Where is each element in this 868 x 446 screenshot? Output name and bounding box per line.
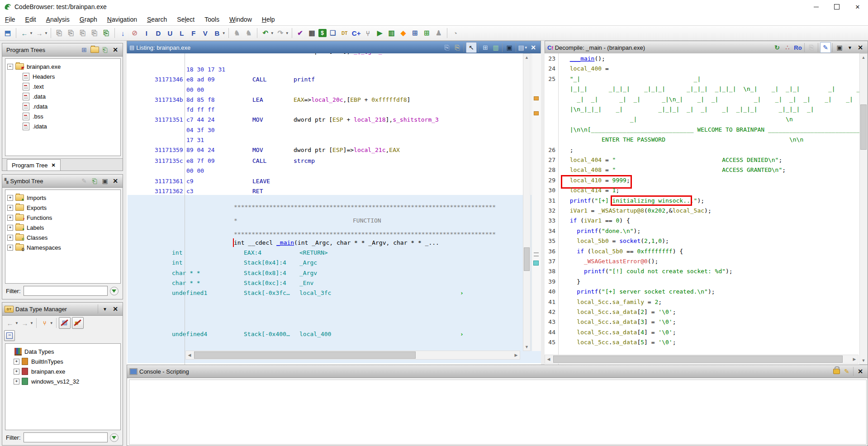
symbol-tree-header[interactable]: ▚ Symbol Tree ✎ ⎗ ▣ ✕ [2, 175, 123, 188]
program-trees-header[interactable]: Program Trees ⊞ ⎗ ✕ [2, 43, 123, 57]
paste-icon[interactable]: ⎘ [54, 28, 65, 38]
collapse-all-icon[interactable]: − [4, 330, 15, 341]
decompile-line[interactable]: 28 local_408 = " ACCESS GRANTED\n"; [545, 166, 859, 176]
tool-icon[interactable]: ♞ [232, 28, 242, 38]
decompile-line[interactable]: 36 if (local_5b0 == 0xffffffff) { [545, 248, 859, 258]
tree-expander-icon[interactable]: + [7, 235, 13, 241]
tree-item-namespaces[interactable]: +{}Namespaces [7, 242, 61, 252]
letter-v-icon[interactable]: V [200, 28, 211, 38]
bookmark-marker[interactable] [534, 96, 539, 100]
tree-item-data[interactable]: .data [7, 91, 61, 101]
selection-marker[interactable] [533, 261, 539, 266]
close-panel-icon[interactable]: ✕ [528, 43, 538, 52]
tree-item-imports[interactable]: +▲Imports [7, 193, 61, 203]
listing-vscrollbar[interactable]: ▲ ▼ [523, 53, 531, 351]
decompile-header[interactable]: Cf Decompile: _main - (brainpan.exe) ↻ ∴… [545, 41, 868, 54]
symbol-filter-input[interactable] [24, 286, 108, 296]
graph-tree-icon[interactable]: ⑂ [363, 28, 374, 38]
letter-l-icon[interactable]: L [176, 28, 187, 38]
menu-window[interactable]: Window [224, 14, 257, 24]
decompile-line[interactable]: 27 local_404 = " ACCESS DENIED\n"; [545, 157, 859, 166]
maximize-button[interactable] [826, 0, 847, 14]
edit-icon[interactable]: ✎ [820, 42, 831, 53]
bookmark-marker[interactable] [534, 256, 539, 256]
scroll-thumb[interactable] [860, 104, 867, 150]
cursor-location-icon[interactable]: ↖ [466, 42, 477, 53]
binary-icon[interactable]: ▦ [307, 28, 318, 38]
dropdown-chevron-icon[interactable]: ▼ [222, 31, 226, 35]
listing-row[interactable]: *FUNCTION [127, 217, 541, 227]
table-add-icon[interactable]: ⊞ [422, 28, 432, 38]
table-icon[interactable]: ⊞ [410, 28, 421, 38]
tree-item-windows_vs12_32[interactable]: +windows_vs12_32 [7, 376, 79, 386]
dtm-tree-options-icon[interactable]: ⑂ [39, 318, 50, 328]
decompile-line[interactable]: 43 local_5cc.sa_data[3] = '\0'; [545, 318, 859, 328]
tree-expander-icon[interactable]: + [7, 205, 13, 211]
diff-view-icon[interactable]: ▥ [491, 43, 501, 52]
undo-icon[interactable]: ↶ [260, 28, 271, 38]
scroll-thumb[interactable] [524, 247, 530, 271]
run-script-icon[interactable]: ▶ [375, 28, 385, 38]
decompile-line[interactable]: 45 local_5cc.sa_data[5] = '\0'; [545, 339, 859, 349]
listing-row[interactable]: char * *Stack[0xc]:4_Env [127, 280, 541, 289]
datatype-folder-icon[interactable]: DT [339, 28, 350, 38]
view-options-icon[interactable]: ▤▼ [518, 43, 528, 52]
money-icon[interactable]: $ [318, 29, 327, 37]
decompile-line[interactable]: _| _| _| _| _|\n_| _| _| _| _| _| _| _| … [545, 96, 859, 106]
decompile-hscrollbar[interactable]: ◀ ▶ [545, 355, 859, 364]
forward-icon[interactable]: → [34, 28, 45, 38]
scroll-lock-icon[interactable] [831, 366, 841, 376]
tree-expander-icon[interactable]: + [7, 195, 13, 201]
letter-i-icon[interactable]: I [141, 28, 152, 38]
memory-icon[interactable]: ◔ [450, 28, 461, 38]
paste-icon[interactable]: ⎘ [452, 43, 462, 52]
menu-edit[interactable]: Edit [20, 14, 41, 24]
tree-item-bss[interactable]: .bss [7, 111, 61, 121]
close-panel-icon[interactable]: ✕ [110, 304, 120, 314]
menu-navigation[interactable]: Navigation [102, 14, 142, 24]
menu-tools[interactable]: Tools [199, 14, 224, 24]
decompile-line[interactable]: |_|_| _|_|_| _|_|_| _|_|_| _|_|_| \n_| _… [545, 85, 859, 95]
listing-row[interactable]: ****************************************… [127, 204, 541, 214]
panel-menu-chevron-icon[interactable]: ▼ [845, 43, 855, 52]
validate-icon[interactable]: ✔ [295, 28, 306, 38]
decompile-line[interactable]: _| \n [545, 116, 859, 126]
clear-icon[interactable]: ⊘ [129, 28, 140, 38]
open-folder-icon[interactable] [90, 45, 100, 55]
dropdown-chevron-icon[interactable]: ▼ [270, 31, 274, 35]
dropdown-chevron-icon[interactable]: ▼ [44, 31, 48, 35]
scroll-thumb[interactable] [194, 351, 416, 359]
decompile-line[interactable]: 37 _WSAGetLastError@0(); [545, 258, 859, 268]
bookmark-marker[interactable] [534, 252, 539, 253]
tree-item-text[interactable]: .text [7, 81, 61, 91]
tree-item-brainpan-exe[interactable]: −◤brainpan.exe [7, 62, 61, 71]
dtm-back-icon[interactable]: ← [5, 318, 15, 328]
dtm-filter-pointers-icon[interactable]: ☛ [72, 317, 84, 329]
close-panel-icon[interactable]: ✕ [855, 43, 865, 52]
dtm-menu-chevron-icon[interactable]: ▼ [100, 304, 110, 314]
tree-item-brainpan.exe[interactable]: +brainpan.exe [7, 366, 79, 376]
menu-search[interactable]: Search [142, 14, 172, 24]
snapshot-camera-icon[interactable]: ▣ [100, 176, 110, 186]
listing-row[interactable]: char * *Stack[0x8]:4_Argv [127, 270, 541, 280]
listing-hscrollbar[interactable]: ◀ ▶ [185, 351, 520, 360]
dropdown-chevron-icon[interactable]: ▼ [285, 31, 289, 35]
close-panel-icon[interactable]: ✕ [110, 176, 120, 186]
listing-header[interactable]: ▤ Listing: brainpan.exe ⎘ ⎘ ↖ ⊞ ▥ ▣ ▤▼ ✕ [127, 41, 541, 54]
tree-item-Headers[interactable]: Headers [7, 71, 61, 81]
console-output[interactable] [129, 380, 867, 445]
listing-row[interactable]: undefined4Stack[-0x400…local_400› [127, 331, 541, 341]
tool-icon[interactable]: ♞ [243, 28, 254, 38]
diamond-icon[interactable]: ◆ [398, 28, 409, 38]
filter-options-icon[interactable] [110, 287, 119, 295]
back-icon[interactable]: ← [19, 28, 30, 38]
decompile-line[interactable]: 32 iVar1 = _WSAStartup@8(0x202,&local_5a… [545, 207, 859, 217]
copy-icon[interactable]: ⎘ [806, 43, 816, 52]
copy-icon[interactable]: ⎘ [442, 43, 452, 52]
person-icon[interactable]: ♟ [433, 28, 444, 38]
decompile-line[interactable]: 35 local_5b0 = socket(2,1,0); [545, 237, 859, 247]
letter-u-icon[interactable]: U [165, 28, 175, 38]
decompile-line[interactable]: 40 printf("[+] server socket created.\n"… [545, 288, 859, 298]
tree-item-data-types[interactable]: Data Types [7, 346, 79, 356]
save-icon[interactable]: ⬒ [2, 28, 13, 38]
